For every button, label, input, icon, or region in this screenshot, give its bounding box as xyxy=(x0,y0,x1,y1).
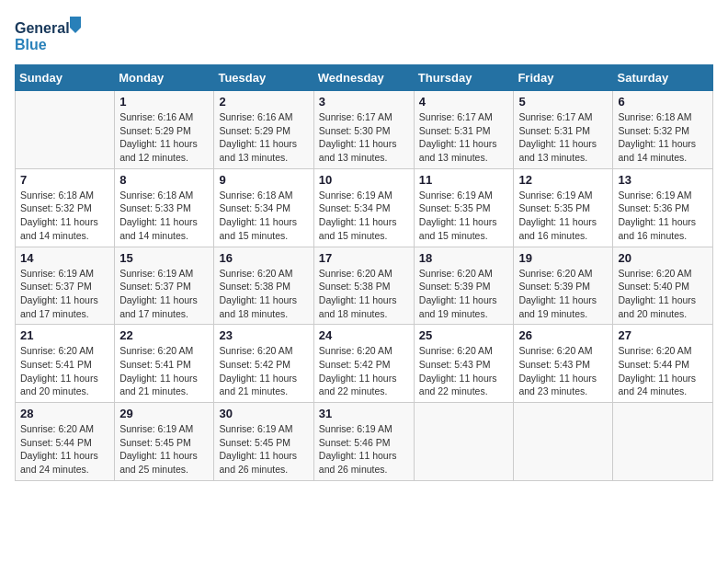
day-number: 10 xyxy=(319,173,409,187)
day-info: Sunrise: 6:19 AMSunset: 5:45 PMDaylight:… xyxy=(119,422,209,477)
calendar-cell: 31Sunrise: 6:19 AMSunset: 5:46 PMDayligh… xyxy=(313,403,414,481)
calendar-cell: 15Sunrise: 6:19 AMSunset: 5:37 PMDayligh… xyxy=(115,247,214,325)
day-info: Sunrise: 6:20 AMSunset: 5:42 PMDaylight:… xyxy=(319,344,409,398)
day-number: 31 xyxy=(319,407,409,420)
day-number: 12 xyxy=(518,173,608,187)
header-day-thursday: Thursday xyxy=(414,65,514,91)
day-info: Sunrise: 6:20 AMSunset: 5:38 PMDaylight:… xyxy=(219,267,308,321)
day-info: Sunrise: 6:17 AMSunset: 5:31 PMDaylight:… xyxy=(518,110,608,165)
calendar-cell: 23Sunrise: 6:20 AMSunset: 5:42 PMDayligh… xyxy=(214,325,313,403)
day-number: 14 xyxy=(20,251,109,265)
day-number: 3 xyxy=(319,95,409,109)
day-info: Sunrise: 6:16 AMSunset: 5:29 PMDaylight:… xyxy=(119,110,209,165)
calendar-cell: 9Sunrise: 6:18 AMSunset: 5:34 PMDaylight… xyxy=(214,168,313,247)
header-day-saturday: Saturday xyxy=(613,65,713,91)
day-info: Sunrise: 6:20 AMSunset: 5:41 PMDaylight:… xyxy=(119,344,209,398)
day-info: Sunrise: 6:16 AMSunset: 5:29 PMDaylight:… xyxy=(219,110,308,165)
day-number: 4 xyxy=(419,95,509,109)
calendar-cell: 8Sunrise: 6:18 AMSunset: 5:33 PMDaylight… xyxy=(115,168,214,247)
day-info: Sunrise: 6:19 AMSunset: 5:35 PMDaylight:… xyxy=(419,189,509,243)
header-day-wednesday: Wednesday xyxy=(313,65,414,91)
calendar-cell: 7Sunrise: 6:18 AMSunset: 5:32 PMDaylight… xyxy=(16,168,115,247)
calendar-cell: 25Sunrise: 6:20 AMSunset: 5:43 PMDayligh… xyxy=(414,325,514,403)
day-number: 7 xyxy=(20,173,109,187)
day-info: Sunrise: 6:18 AMSunset: 5:32 PMDaylight:… xyxy=(618,110,708,165)
calendar-cell: 5Sunrise: 6:17 AMSunset: 5:31 PMDaylight… xyxy=(514,91,613,169)
day-info: Sunrise: 6:19 AMSunset: 5:36 PMDaylight:… xyxy=(618,189,708,243)
calendar-cell: 4Sunrise: 6:17 AMSunset: 5:31 PMDaylight… xyxy=(414,91,514,169)
day-number: 1 xyxy=(119,95,209,109)
header-day-monday: Monday xyxy=(115,65,214,91)
calendar-cell: 27Sunrise: 6:20 AMSunset: 5:44 PMDayligh… xyxy=(613,325,713,403)
day-number: 18 xyxy=(419,251,509,265)
day-info: Sunrise: 6:20 AMSunset: 5:41 PMDaylight:… xyxy=(20,344,109,398)
header: GeneralBlue xyxy=(15,15,713,55)
day-number: 6 xyxy=(618,95,708,109)
calendar-cell xyxy=(514,403,613,481)
calendar-cell: 19Sunrise: 6:20 AMSunset: 5:39 PMDayligh… xyxy=(514,247,613,325)
week-row-0: 1Sunrise: 6:16 AMSunset: 5:29 PMDaylight… xyxy=(16,91,713,169)
calendar-cell: 10Sunrise: 6:19 AMSunset: 5:34 PMDayligh… xyxy=(313,168,414,247)
calendar-cell: 28Sunrise: 6:20 AMSunset: 5:44 PMDayligh… xyxy=(16,403,115,481)
calendar-cell: 3Sunrise: 6:17 AMSunset: 5:30 PMDaylight… xyxy=(313,91,414,169)
week-row-3: 21Sunrise: 6:20 AMSunset: 5:41 PMDayligh… xyxy=(16,325,713,403)
calendar-cell: 12Sunrise: 6:19 AMSunset: 5:35 PMDayligh… xyxy=(514,168,613,247)
day-info: Sunrise: 6:19 AMSunset: 5:34 PMDaylight:… xyxy=(319,189,409,243)
calendar-cell: 30Sunrise: 6:19 AMSunset: 5:45 PMDayligh… xyxy=(214,403,313,481)
calendar-table: SundayMondayTuesdayWednesdayThursdayFrid… xyxy=(15,64,713,481)
day-info: Sunrise: 6:20 AMSunset: 5:43 PMDaylight:… xyxy=(518,344,608,398)
logo: GeneralBlue xyxy=(15,15,88,55)
day-number: 9 xyxy=(219,173,308,187)
calendar-cell xyxy=(16,91,115,169)
week-row-1: 7Sunrise: 6:18 AMSunset: 5:32 PMDaylight… xyxy=(16,168,713,247)
day-info: Sunrise: 6:19 AMSunset: 5:37 PMDaylight:… xyxy=(20,267,109,321)
svg-text:Blue: Blue xyxy=(15,37,47,52)
calendar-cell: 6Sunrise: 6:18 AMSunset: 5:32 PMDaylight… xyxy=(613,91,713,169)
calendar-cell: 26Sunrise: 6:20 AMSunset: 5:43 PMDayligh… xyxy=(514,325,613,403)
day-number: 28 xyxy=(20,407,109,420)
calendar-cell: 14Sunrise: 6:19 AMSunset: 5:37 PMDayligh… xyxy=(16,247,115,325)
day-number: 13 xyxy=(618,173,708,187)
day-number: 23 xyxy=(219,328,308,342)
day-number: 30 xyxy=(219,407,308,420)
header-day-tuesday: Tuesday xyxy=(214,65,313,91)
day-info: Sunrise: 6:18 AMSunset: 5:33 PMDaylight:… xyxy=(119,189,209,243)
day-number: 2 xyxy=(219,95,308,109)
day-info: Sunrise: 6:20 AMSunset: 5:40 PMDaylight:… xyxy=(618,267,708,321)
calendar-cell: 1Sunrise: 6:16 AMSunset: 5:29 PMDaylight… xyxy=(115,91,214,169)
day-info: Sunrise: 6:20 AMSunset: 5:39 PMDaylight:… xyxy=(518,267,608,321)
day-number: 25 xyxy=(419,328,509,342)
day-number: 15 xyxy=(119,251,209,265)
calendar-cell: 18Sunrise: 6:20 AMSunset: 5:39 PMDayligh… xyxy=(414,247,514,325)
svg-marker-1 xyxy=(70,17,81,33)
day-number: 17 xyxy=(319,251,409,265)
day-info: Sunrise: 6:19 AMSunset: 5:35 PMDaylight:… xyxy=(518,189,608,243)
calendar-cell: 16Sunrise: 6:20 AMSunset: 5:38 PMDayligh… xyxy=(214,247,313,325)
week-row-2: 14Sunrise: 6:19 AMSunset: 5:37 PMDayligh… xyxy=(16,247,713,325)
day-number: 19 xyxy=(518,251,608,265)
day-info: Sunrise: 6:20 AMSunset: 5:39 PMDaylight:… xyxy=(419,267,509,321)
day-info: Sunrise: 6:19 AMSunset: 5:37 PMDaylight:… xyxy=(119,267,209,321)
calendar-cell: 29Sunrise: 6:19 AMSunset: 5:45 PMDayligh… xyxy=(115,403,214,481)
calendar-cell: 13Sunrise: 6:19 AMSunset: 5:36 PMDayligh… xyxy=(613,168,713,247)
day-number: 29 xyxy=(119,407,209,420)
day-number: 5 xyxy=(518,95,608,109)
day-number: 20 xyxy=(618,251,708,265)
calendar-cell: 24Sunrise: 6:20 AMSunset: 5:42 PMDayligh… xyxy=(313,325,414,403)
day-info: Sunrise: 6:20 AMSunset: 5:42 PMDaylight:… xyxy=(219,344,308,398)
logo-icon: GeneralBlue xyxy=(15,15,88,55)
header-day-sunday: Sunday xyxy=(16,65,115,91)
day-number: 8 xyxy=(119,173,209,187)
day-number: 27 xyxy=(618,328,708,342)
calendar-cell: 21Sunrise: 6:20 AMSunset: 5:41 PMDayligh… xyxy=(16,325,115,403)
day-info: Sunrise: 6:17 AMSunset: 5:30 PMDaylight:… xyxy=(319,110,409,165)
header-row: SundayMondayTuesdayWednesdayThursdayFrid… xyxy=(16,65,713,91)
day-number: 16 xyxy=(219,251,308,265)
day-info: Sunrise: 6:20 AMSunset: 5:43 PMDaylight:… xyxy=(419,344,509,398)
calendar-cell xyxy=(414,403,514,481)
day-number: 22 xyxy=(119,328,209,342)
day-info: Sunrise: 6:20 AMSunset: 5:38 PMDaylight:… xyxy=(319,267,409,321)
calendar-cell: 20Sunrise: 6:20 AMSunset: 5:40 PMDayligh… xyxy=(613,247,713,325)
day-number: 24 xyxy=(319,328,409,342)
day-info: Sunrise: 6:18 AMSunset: 5:34 PMDaylight:… xyxy=(219,189,308,243)
